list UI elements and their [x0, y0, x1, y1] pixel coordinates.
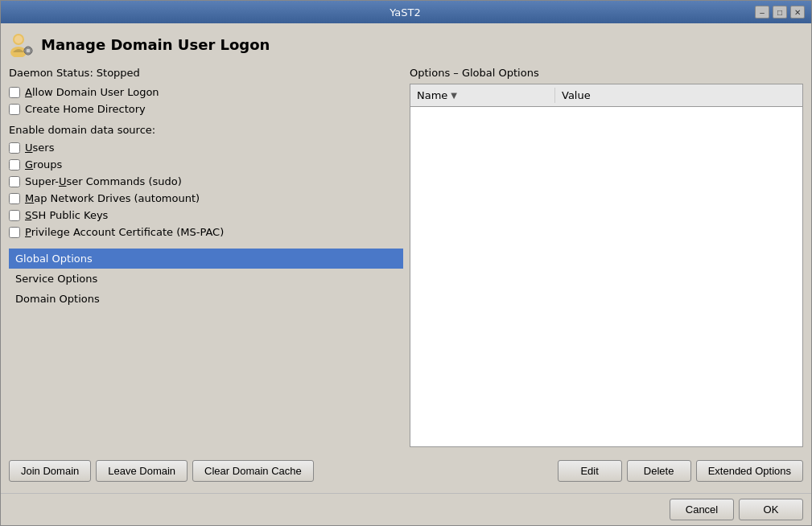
svg-rect-5 [27, 47, 29, 49]
clear-cache-button[interactable]: Clear Domain Cache [192, 460, 314, 482]
checkbox-sudo: Super-User Commands (sudo) [9, 175, 403, 188]
close-button[interactable]: ✕ [790, 6, 805, 18]
leave-domain-button[interactable]: Leave Domain [96, 460, 188, 482]
edit-button[interactable]: Edit [558, 460, 622, 482]
cancel-button[interactable]: Cancel [670, 499, 734, 520]
extended-options-button[interactable]: Extended Options [696, 460, 803, 482]
checkbox-groups: Groups [9, 158, 403, 171]
svg-rect-6 [27, 53, 29, 55]
allow-domain-checkbox[interactable] [9, 87, 20, 98]
main-body: Daemon Status: Stopped Allow Domain User… [9, 67, 803, 447]
right-panel-title: Options – Global Options [410, 67, 803, 79]
checkbox-create-home: Create Home Directory [9, 102, 403, 116]
window-title: YaST2 [56, 6, 755, 18]
titlebar-controls: – □ ✕ [755, 6, 805, 18]
left-panel: Daemon Status: Stopped Allow Domain User… [9, 67, 403, 447]
minimize-button[interactable]: – [755, 6, 769, 18]
daemon-status-row: Daemon Status: Stopped [9, 67, 403, 79]
options-table: Name ▼ Value [410, 84, 803, 447]
ok-button[interactable]: OK [739, 499, 803, 520]
groups-checkbox[interactable] [9, 159, 20, 171]
svg-rect-7 [24, 50, 27, 51]
page-title: Manage Domain User Logon [41, 36, 270, 53]
nav-item-domain-options[interactable]: Domain Options [9, 289, 403, 309]
col-header-value: Value [555, 88, 802, 103]
sudo-checkbox[interactable] [9, 176, 20, 187]
mspac-label: Privilege Account Certificate (MS-PAC) [25, 226, 224, 238]
main-header: Manage Domain User Logon [9, 31, 803, 57]
bottom-left-buttons: Join Domain Leave Domain Clear Domain Ca… [9, 460, 314, 482]
automount-checkbox[interactable] [9, 193, 20, 204]
nav-item-global-options[interactable]: Global Options [9, 249, 403, 269]
checkbox-users: Users [9, 141, 403, 154]
content-area: Manage Domain User Logon Daemon Status: … [1, 23, 811, 493]
checkbox-automount: Map Network Drives (automount) [9, 191, 403, 205]
users-checkbox[interactable] [9, 142, 20, 154]
daemon-status-label: Daemon Status: [9, 67, 93, 79]
checkbox-allow-domain: Allow Domain User Logon [9, 85, 403, 99]
section-label: Enable domain data source: [9, 124, 403, 136]
bottom-right-buttons: Edit Delete Extended Options [558, 460, 803, 482]
app-icon [9, 31, 35, 57]
join-domain-button[interactable]: Join Domain [9, 460, 91, 482]
checkbox-mspac: Privilege Account Certificate (MS-PAC) [9, 225, 403, 239]
right-panel: Options – Global Options Name ▼ Value [410, 67, 803, 447]
daemon-status-value: Stopped [97, 67, 140, 79]
svg-point-2 [14, 35, 23, 43]
bottom-buttons: Join Domain Leave Domain Clear Domain Ca… [9, 454, 803, 485]
create-home-checkbox[interactable] [9, 104, 20, 115]
ssh-label: SSH Public Keys [25, 209, 108, 221]
delete-button[interactable]: Delete [627, 460, 691, 482]
sudo-label: Super-User Commands (sudo) [25, 175, 182, 187]
ssh-checkbox[interactable] [9, 210, 20, 221]
titlebar: YaST2 – □ ✕ [1, 1, 811, 23]
automount-label: Map Network Drives (automount) [25, 192, 200, 204]
svg-point-4 [27, 49, 31, 53]
mspac-checkbox[interactable] [9, 227, 20, 238]
table-body [410, 107, 802, 443]
users-label: Users [25, 142, 54, 154]
checkbox-ssh: SSH Public Keys [9, 208, 403, 222]
nav-list: Global Options Service Options Domain Op… [9, 249, 403, 309]
nav-item-service-options[interactable]: Service Options [9, 269, 403, 289]
sort-icon: ▼ [451, 91, 457, 100]
table-header: Name ▼ Value [410, 84, 802, 107]
col-header-name: Name ▼ [410, 88, 555, 103]
svg-rect-8 [31, 50, 33, 51]
maximize-button[interactable]: □ [773, 6, 787, 18]
create-home-label: Create Home Directory [25, 103, 146, 115]
groups-label: Groups [25, 158, 62, 171]
dialog-bottom: Cancel OK [1, 493, 811, 525]
allow-domain-label: Allow Domain User Logon [25, 86, 159, 98]
main-window: YaST2 – □ ✕ Manage Domain [0, 0, 812, 526]
